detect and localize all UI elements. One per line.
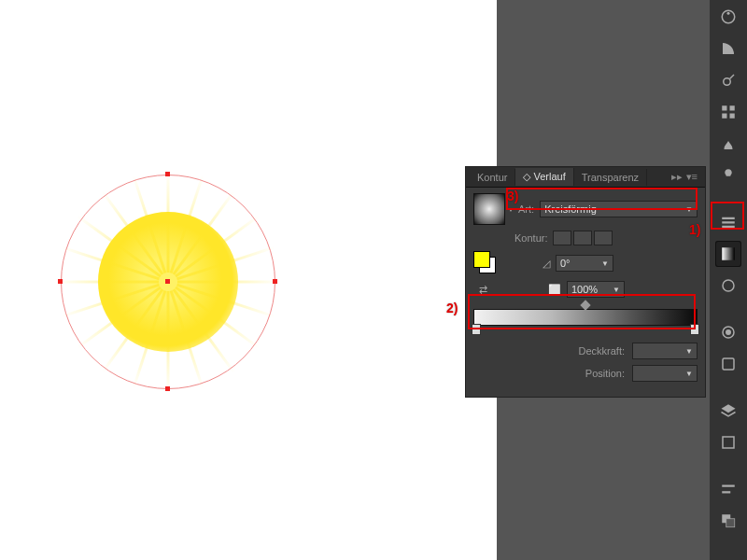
panel-dock [710,0,747,560]
stroke-gradient-within-button[interactable] [553,231,571,245]
svg-point-13 [726,330,731,335]
gradient-panel: Kontur ◇ Verlauf Transparenz ▸▸ ▾≡ ▾ Art… [465,166,706,398]
tab-kontur[interactable]: Kontur [470,169,515,186]
panel-menu-icon[interactable]: ▾≡ [686,171,698,183]
svg-rect-14 [723,358,734,370]
align-icon[interactable] [715,476,741,502]
selection-handle[interactable] [165,386,170,391]
eyedropper-icon[interactable] [715,67,741,93]
aspect-ratio-field[interactable]: 100% ▼ [567,281,625,298]
svg-rect-17 [722,491,730,493]
opacity-label: Deckkraft: [569,345,625,357]
chevron-down-icon: ▼ [613,286,620,294]
canvas-area[interactable]: // rays added after data parse below via… [0,0,497,560]
selection-center-handle[interactable] [165,279,170,284]
svg-rect-8 [722,221,735,223]
svg-rect-3 [722,105,726,110]
svg-rect-10 [722,247,735,260]
chevron-down-icon: ▼ [601,259,609,268]
svg-point-1 [727,12,730,15]
svg-point-11 [723,280,734,291]
gradient-panel-icon[interactable] [715,241,741,267]
svg-rect-15 [723,437,734,448]
graphic-styles-icon[interactable] [715,351,741,377]
aspect-ratio-icon: ⬜ [548,284,561,296]
svg-point-2 [724,78,731,86]
color-wheel-icon[interactable] [715,4,741,30]
gradient-type-value: Kreisförmig [544,203,597,215]
stop-opacity-field[interactable]: ▼ [632,343,698,359]
angle-value: 0° [560,258,571,269]
gradient-preview[interactable] [473,193,505,225]
sun-object[interactable]: // rays added after data parse below via… [61,175,275,389]
svg-rect-19 [726,519,735,527]
brush-icon[interactable] [715,131,741,157]
svg-rect-7 [722,217,735,219]
fill-stroke-swatch[interactable] [473,251,498,275]
symbols-icon[interactable] [715,162,741,189]
tab-transparenz[interactable]: Transparenz [574,169,647,186]
gradient-stop-right[interactable] [690,324,699,335]
tab-verlauf-label: Verlauf [533,171,565,182]
svg-rect-4 [730,105,735,110]
selection-handle[interactable] [273,279,277,284]
kontur-label: Kontur: [514,232,547,244]
svg-rect-9 [722,226,735,228]
panel-tabs: Kontur ◇ Verlauf Transparenz ▸▸ ▾≡ [466,167,705,188]
type-label: Art: [518,203,534,215]
preview-dropdown-icon[interactable]: ▾ [509,205,513,214]
appearance-icon[interactable] [715,319,741,345]
stroke-gradient-along-button[interactable] [573,231,592,245]
artboards-icon[interactable] [715,429,741,455]
position-label: Position: [569,368,625,379]
grid-icon[interactable] [715,99,741,125]
selection-handle[interactable] [58,279,63,284]
gradient-slider[interactable] [473,309,698,326]
pathfinder-icon[interactable] [715,508,741,534]
transparency-icon[interactable] [715,273,741,299]
stop-position-field[interactable]: ▼ [632,365,698,382]
aspect-ratio-value: 100% [571,284,598,295]
selection-handle[interactable] [165,172,170,176]
panel-collapse-icon[interactable]: ▸▸ [671,171,683,183]
reverse-gradient-icon[interactable]: ⇄ [473,281,492,298]
layers-icon[interactable] [715,398,741,424]
chevron-down-icon: ▼ [685,205,693,214]
menu-icon[interactable] [715,209,741,235]
stroke-gradient-across-button[interactable] [594,231,613,245]
angle-icon: ◿ [543,258,550,270]
svg-rect-5 [722,114,726,119]
gradient-stop-left[interactable] [472,324,481,335]
svg-rect-16 [722,485,735,487]
svg-rect-6 [730,114,735,119]
tab-verlauf[interactable]: ◇ Verlauf [515,168,573,186]
angle-field[interactable]: 0° ▼ [556,255,613,272]
gradient-ramp[interactable] [473,309,698,326]
gradient-type-select[interactable]: Kreisförmig ▼ [540,201,698,217]
shape-icon[interactable] [715,35,741,62]
